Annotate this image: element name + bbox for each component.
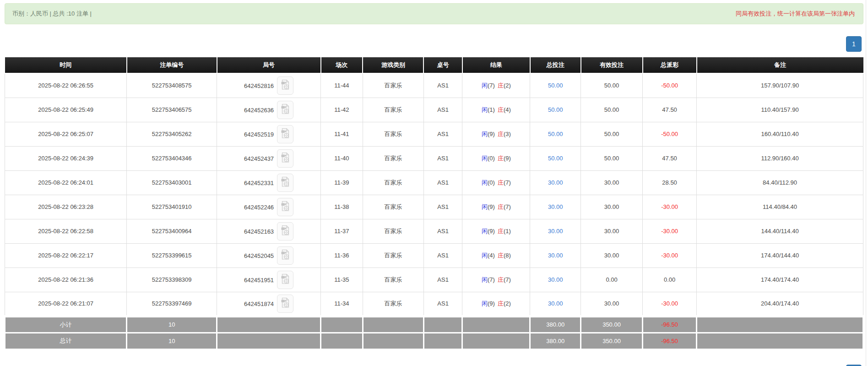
bet-time: 2025-08-22 06:23:28 xyxy=(5,195,127,219)
player-points: (7) xyxy=(488,82,495,89)
video-replay-button[interactable] xyxy=(277,125,293,143)
table-number: AS1 xyxy=(423,73,462,98)
session: 11-39 xyxy=(321,170,363,195)
total-bet-link[interactable]: 50.00 xyxy=(548,106,563,113)
payout: 0.00 xyxy=(643,268,697,292)
subtotal-row-empty xyxy=(217,316,321,333)
video-replay-button[interactable] xyxy=(277,198,293,216)
round-number-cell: 642451951 xyxy=(217,268,321,292)
bet-number: 522753405262 xyxy=(127,122,217,146)
subtotal-row-payout: -96.50 xyxy=(643,316,697,333)
round-number-cell: 642452246 xyxy=(217,195,321,219)
total-bet-cell: 30.00 xyxy=(530,170,581,195)
total-bet-link[interactable]: 50.00 xyxy=(548,155,563,162)
total-bet-link[interactable]: 30.00 xyxy=(548,228,563,235)
banker-points: (7) xyxy=(504,203,511,210)
total-bet-link[interactable]: 50.00 xyxy=(548,82,563,89)
bet-time: 2025-08-22 06:22:17 xyxy=(5,243,127,268)
video-replay-button[interactable] xyxy=(277,76,293,95)
table-row: 2025-08-22 06:25:49522753406575642452636… xyxy=(5,98,863,122)
table-row: 2025-08-22 06:21:36522753398309642451951… xyxy=(5,268,863,292)
result-cell: 闲(7)庄(7) xyxy=(462,268,530,292)
remark: 174.40/174.40 xyxy=(697,268,863,292)
player-result: 闲 xyxy=(482,82,488,89)
table-number: AS1 xyxy=(423,243,462,268)
remark: 160.40/110.40 xyxy=(697,122,863,146)
result-cell: 闲(4)庄(8) xyxy=(462,243,530,268)
bet-time: 2025-08-22 06:25:07 xyxy=(5,122,127,146)
banker-result: 庄 xyxy=(498,228,504,235)
valid-bet: 30.00 xyxy=(581,292,643,316)
page-1-button[interactable]: 1 xyxy=(846,36,862,52)
grand-total-row-remark xyxy=(697,333,863,349)
valid-bet: 50.00 xyxy=(581,146,643,170)
valid-bet: 30.00 xyxy=(581,219,643,243)
game-type: 百家乐 xyxy=(363,268,423,292)
bet-number: 522753406575 xyxy=(127,98,217,122)
total-bet-link[interactable]: 30.00 xyxy=(548,276,563,283)
video-replay-icon xyxy=(280,79,290,91)
grand-total-row-count: 10 xyxy=(127,333,217,349)
game-type: 百家乐 xyxy=(363,146,423,170)
round-number-cell: 642452163 xyxy=(217,219,321,243)
round-number-cell: 642451874 xyxy=(217,292,321,316)
video-replay-button[interactable] xyxy=(277,149,293,168)
total-bet-link[interactable]: 50.00 xyxy=(548,131,563,137)
table-number: AS1 xyxy=(423,292,462,316)
column-header-payout: 总派彩 xyxy=(643,57,697,73)
player-result: 闲 xyxy=(482,131,488,137)
payout: -30.00 xyxy=(643,219,697,243)
total-bet-link[interactable]: 30.00 xyxy=(548,179,563,186)
remark: 174.40/144.40 xyxy=(697,243,863,268)
grand-total-row-payout: -96.50 xyxy=(643,333,697,349)
total-bet-link[interactable]: 30.00 xyxy=(548,252,563,259)
total-bet-link[interactable]: 30.00 xyxy=(548,203,563,210)
total-bet-cell: 50.00 xyxy=(530,122,581,146)
total-bet-cell: 30.00 xyxy=(530,243,581,268)
video-replay-button[interactable] xyxy=(277,222,293,240)
video-replay-button[interactable] xyxy=(277,271,293,289)
bet-number: 522753404346 xyxy=(127,146,217,170)
bet-number: 522753400964 xyxy=(127,219,217,243)
remark: 112.90/160.40 xyxy=(697,146,863,170)
column-header-remark: 备注 xyxy=(697,57,863,73)
bet-number: 522753398309 xyxy=(127,268,217,292)
total-bet-link[interactable]: 30.00 xyxy=(548,300,563,307)
valid-bet: 30.00 xyxy=(581,170,643,195)
table-row: 2025-08-22 06:26:55522753408575642452816… xyxy=(5,73,863,98)
video-replay-button[interactable] xyxy=(277,246,293,265)
session: 11-40 xyxy=(321,146,363,170)
payout: 47.50 xyxy=(643,146,697,170)
player-result: 闲 xyxy=(482,179,488,186)
player-result: 闲 xyxy=(482,106,488,113)
total-bet-cell: 30.00 xyxy=(530,268,581,292)
grand-total-row-empty xyxy=(363,333,423,349)
table-row: 2025-08-22 06:21:07522753397469642451874… xyxy=(5,292,863,316)
valid-bet: 50.00 xyxy=(581,73,643,98)
subtotal-row-label: 小计 xyxy=(5,316,127,333)
bet-time: 2025-08-22 06:24:01 xyxy=(5,170,127,195)
column-header-result: 结果 xyxy=(462,57,530,73)
grand-total-row-empty xyxy=(321,333,363,349)
summary-banner: 币别：人民币 | 总共 :10 注单 | 同局有效投注，统一计算在该局第一张注单… xyxy=(5,3,863,24)
total-bet-cell: 50.00 xyxy=(530,73,581,98)
grand-total-row-label: 总计 xyxy=(5,333,127,349)
video-replay-button[interactable] xyxy=(277,101,293,119)
table-row: 2025-08-22 06:22:58522753400964642452163… xyxy=(5,219,863,243)
table-number: AS1 xyxy=(423,146,462,170)
game-type: 百家乐 xyxy=(363,170,423,195)
video-replay-button[interactable] xyxy=(277,295,293,313)
round-number: 642451874 xyxy=(244,300,274,307)
subtotal-row-empty xyxy=(363,316,423,333)
video-replay-icon xyxy=(280,249,290,261)
banker-result: 庄 xyxy=(498,131,504,137)
result-cell: 闲(0)庄(9) xyxy=(462,146,530,170)
banker-result: 庄 xyxy=(498,82,504,89)
video-replay-icon xyxy=(280,297,290,309)
video-replay-button[interactable] xyxy=(277,174,293,192)
player-points: (1) xyxy=(488,106,495,113)
session: 11-36 xyxy=(321,243,363,268)
total-bet-cell: 30.00 xyxy=(530,195,581,219)
bet-number: 522753397469 xyxy=(127,292,217,316)
payout: 28.50 xyxy=(643,170,697,195)
